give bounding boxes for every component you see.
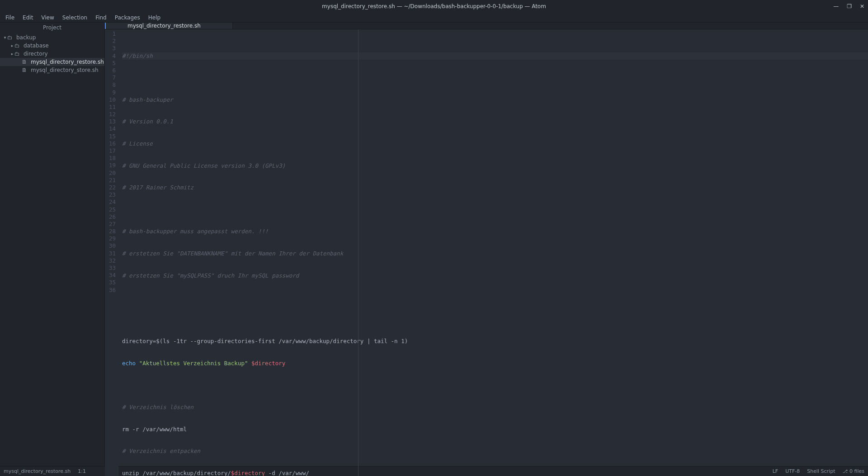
code-line: # License (122, 140, 868, 147)
code-content[interactable]: #!/bin/sh # bash-backuper # Version 0.0.… (118, 29, 868, 476)
line-number: 5 (105, 60, 116, 67)
menu-packages[interactable]: Packages (111, 14, 144, 22)
tab-label: mysql_directory_restore.sh (127, 23, 201, 29)
tree-label: mysql_directory_store.sh (31, 67, 99, 73)
code-line: # bash-backuper (122, 96, 868, 104)
line-number: 14 (105, 125, 116, 132)
code-line: # erstetzen Sie "DATENBANKNAME" mit der … (122, 250, 868, 257)
tree-folder-database[interactable]: database (0, 42, 104, 50)
chevron-down-icon (3, 35, 7, 40)
line-number: 15 (105, 133, 116, 140)
line-number: 23 (105, 191, 116, 198)
tree-label: mysql_directory_restore.sh (31, 59, 104, 65)
code-line: # 2017 Rainer Schmitz (122, 184, 868, 191)
menu-view[interactable]: View (38, 14, 57, 22)
code-line: #!/bin/sh (122, 52, 868, 60)
text-editor[interactable]: 1 2 3 4 5 6 7 8 9 10 11 12 13 14 15 16 1… (105, 29, 868, 476)
code-line (122, 294, 868, 301)
editor-area: mysql_directory_restore.sh 1 2 3 4 5 6 7… (105, 23, 868, 466)
minimize-button[interactable]: — (833, 3, 839, 9)
line-number: 3 (105, 45, 116, 52)
code-line: # Version 0.0.1 (122, 118, 868, 125)
gutter: 1 2 3 4 5 6 7 8 9 10 11 12 13 14 15 16 1… (105, 29, 118, 476)
line-number: 13 (105, 118, 116, 125)
menu-find[interactable]: Find (92, 14, 110, 22)
menu-file[interactable]: File (2, 14, 18, 22)
line-number: 9 (105, 89, 116, 96)
chevron-right-icon (10, 52, 14, 56)
line-number: 22 (105, 184, 116, 191)
chevron-right-icon (10, 43, 14, 48)
line-number: 11 (105, 104, 116, 111)
line-number: 18 (105, 155, 116, 162)
project-tree: backup database directory mysql_director… (0, 33, 104, 466)
status-cursor-position[interactable]: 1:1 (78, 468, 86, 474)
line-number: 25 (105, 206, 116, 213)
code-line: # GNU General Public License version 3.0… (122, 162, 868, 170)
code-line (122, 382, 868, 389)
tree-label: backup (16, 34, 36, 41)
file-icon (22, 59, 28, 65)
code-line: # Verzeichnis entpacken (122, 448, 868, 455)
code-line (122, 74, 868, 81)
line-number: 12 (105, 111, 116, 118)
line-number: 35 (105, 279, 116, 286)
sidebar: Project backup database directory mysql_… (0, 23, 105, 466)
line-number: 33 (105, 264, 116, 272)
line-number: 2 (105, 38, 116, 45)
code-line: echo "Aktuellstes Verzeichnis Backup" $d… (122, 360, 868, 367)
file-icon (22, 67, 28, 73)
tree-file-restore[interactable]: mysql_directory_restore.sh (0, 58, 104, 66)
line-number: 28 (105, 228, 116, 235)
code-line: rm -r /var/www/html (122, 426, 868, 433)
line-number: 27 (105, 221, 116, 228)
line-number: 17 (105, 147, 116, 155)
line-number: 7 (105, 74, 116, 81)
folder-icon (14, 51, 21, 57)
status-filename[interactable]: mysql_directory_restore.sh (4, 468, 71, 474)
line-number: 4 (105, 52, 116, 60)
line-number: 8 (105, 81, 116, 89)
tree-label: database (24, 42, 49, 49)
line-number: 16 (105, 140, 116, 147)
folder-icon (14, 42, 21, 49)
line-number: 1 (105, 30, 116, 38)
code-line: # erstetzen Sie "mySQLPASS" druch Ihr my… (122, 272, 868, 279)
line-number: 10 (105, 96, 116, 104)
folder-icon (7, 34, 14, 41)
menu-edit[interactable]: Edit (19, 14, 37, 22)
tree-file-store[interactable]: mysql_directory_store.sh (0, 66, 104, 74)
line-number: 32 (105, 257, 116, 264)
window-title: mysql_directory_restore.sh — ~/Downloads… (322, 3, 546, 9)
code-line: unzip /var/www/backup/directory/$directo… (122, 470, 868, 476)
line-number: 21 (105, 177, 116, 184)
line-number: 30 (105, 242, 116, 250)
line-number: 34 (105, 272, 116, 279)
code-line: directory=$(ls -1tr --group-directories-… (122, 338, 868, 345)
tree-root-backup[interactable]: backup (0, 33, 104, 42)
menubar: File Edit View Selection Find Packages H… (0, 13, 868, 23)
line-number: 31 (105, 250, 116, 257)
menu-help[interactable]: Help (145, 14, 164, 22)
tab-mysql-directory-restore[interactable]: mysql_directory_restore.sh (105, 23, 233, 29)
menu-selection[interactable]: Selection (59, 14, 91, 22)
wrap-guide (358, 29, 359, 476)
line-number: 6 (105, 67, 116, 74)
tabs: mysql_directory_restore.sh (105, 23, 868, 29)
line-number: 24 (105, 198, 116, 206)
code-line: # bash-backupper muss angepasst werden. … (122, 228, 868, 235)
sidebar-title: Project (0, 23, 104, 33)
line-number: 20 (105, 170, 116, 177)
code-line: # Verzeichnis löschen (122, 404, 868, 411)
line-number: 29 (105, 235, 116, 242)
code-line (122, 316, 868, 323)
line-number: 26 (105, 213, 116, 221)
tree-folder-directory[interactable]: directory (0, 50, 104, 58)
line-number: 36 (105, 287, 116, 294)
tree-label: directory (24, 51, 48, 57)
maximize-button[interactable]: ❐ (847, 3, 852, 9)
code-line (122, 206, 868, 213)
titlebar: mysql_directory_restore.sh — ~/Downloads… (0, 0, 868, 13)
line-number: 19 (105, 162, 116, 169)
close-button[interactable]: ✕ (860, 3, 864, 9)
